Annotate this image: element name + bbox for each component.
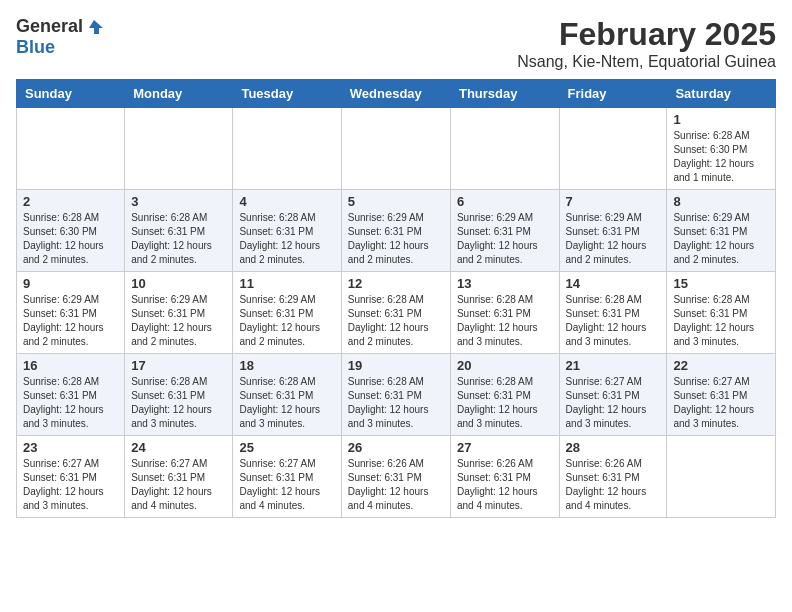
calendar-cell [17,108,125,190]
day-number: 16 [23,358,118,373]
calendar-cell [559,108,667,190]
day-number: 4 [239,194,334,209]
day-info: Sunrise: 6:28 AM Sunset: 6:30 PM Dayligh… [673,129,769,185]
day-info: Sunrise: 6:28 AM Sunset: 6:30 PM Dayligh… [23,211,118,267]
logo-bird-icon [85,18,103,36]
day-info: Sunrise: 6:28 AM Sunset: 6:31 PM Dayligh… [457,293,553,349]
day-info: Sunrise: 6:27 AM Sunset: 6:31 PM Dayligh… [131,457,226,513]
calendar-cell: 2Sunrise: 6:28 AM Sunset: 6:30 PM Daylig… [17,190,125,272]
day-info: Sunrise: 6:28 AM Sunset: 6:31 PM Dayligh… [673,293,769,349]
day-info: Sunrise: 6:29 AM Sunset: 6:31 PM Dayligh… [348,211,444,267]
calendar-cell: 3Sunrise: 6:28 AM Sunset: 6:31 PM Daylig… [125,190,233,272]
calendar-cell: 10Sunrise: 6:29 AM Sunset: 6:31 PM Dayli… [125,272,233,354]
calendar-cell: 11Sunrise: 6:29 AM Sunset: 6:31 PM Dayli… [233,272,341,354]
day-number: 5 [348,194,444,209]
day-number: 12 [348,276,444,291]
day-info: Sunrise: 6:29 AM Sunset: 6:31 PM Dayligh… [131,293,226,349]
day-info: Sunrise: 6:29 AM Sunset: 6:31 PM Dayligh… [457,211,553,267]
calendar-table: SundayMondayTuesdayWednesdayThursdayFrid… [16,79,776,518]
day-number: 2 [23,194,118,209]
calendar-cell: 1Sunrise: 6:28 AM Sunset: 6:30 PM Daylig… [667,108,776,190]
day-info: Sunrise: 6:28 AM Sunset: 6:31 PM Dayligh… [457,375,553,431]
day-number: 28 [566,440,661,455]
day-number: 1 [673,112,769,127]
calendar-day-header: Sunday [17,80,125,108]
calendar-cell [341,108,450,190]
day-number: 24 [131,440,226,455]
day-number: 26 [348,440,444,455]
calendar-cell [450,108,559,190]
day-info: Sunrise: 6:29 AM Sunset: 6:31 PM Dayligh… [239,293,334,349]
calendar-cell: 16Sunrise: 6:28 AM Sunset: 6:31 PM Dayli… [17,354,125,436]
day-info: Sunrise: 6:27 AM Sunset: 6:31 PM Dayligh… [23,457,118,513]
calendar-cell: 13Sunrise: 6:28 AM Sunset: 6:31 PM Dayli… [450,272,559,354]
calendar-cell [667,436,776,518]
day-number: 27 [457,440,553,455]
calendar-cell [125,108,233,190]
day-number: 25 [239,440,334,455]
day-number: 9 [23,276,118,291]
day-number: 23 [23,440,118,455]
day-number: 21 [566,358,661,373]
day-number: 3 [131,194,226,209]
logo: General Blue [16,16,103,58]
day-info: Sunrise: 6:28 AM Sunset: 6:31 PM Dayligh… [239,211,334,267]
logo-blue: Blue [16,37,55,57]
page-header: General Blue February 2025 Nsang, Kie-Nt… [16,16,776,71]
day-info: Sunrise: 6:28 AM Sunset: 6:31 PM Dayligh… [566,293,661,349]
title-area: February 2025 Nsang, Kie-Ntem, Equatoria… [517,16,776,71]
day-info: Sunrise: 6:27 AM Sunset: 6:31 PM Dayligh… [239,457,334,513]
calendar-cell: 14Sunrise: 6:28 AM Sunset: 6:31 PM Dayli… [559,272,667,354]
calendar-header-row: SundayMondayTuesdayWednesdayThursdayFrid… [17,80,776,108]
calendar-cell: 25Sunrise: 6:27 AM Sunset: 6:31 PM Dayli… [233,436,341,518]
calendar-week-row: 1Sunrise: 6:28 AM Sunset: 6:30 PM Daylig… [17,108,776,190]
calendar-cell: 12Sunrise: 6:28 AM Sunset: 6:31 PM Dayli… [341,272,450,354]
day-info: Sunrise: 6:28 AM Sunset: 6:31 PM Dayligh… [348,375,444,431]
day-info: Sunrise: 6:29 AM Sunset: 6:31 PM Dayligh… [23,293,118,349]
day-info: Sunrise: 6:29 AM Sunset: 6:31 PM Dayligh… [673,211,769,267]
day-info: Sunrise: 6:28 AM Sunset: 6:31 PM Dayligh… [131,375,226,431]
calendar-cell: 8Sunrise: 6:29 AM Sunset: 6:31 PM Daylig… [667,190,776,272]
calendar-day-header: Monday [125,80,233,108]
calendar-cell: 20Sunrise: 6:28 AM Sunset: 6:31 PM Dayli… [450,354,559,436]
day-info: Sunrise: 6:27 AM Sunset: 6:31 PM Dayligh… [673,375,769,431]
svg-marker-0 [89,20,103,34]
calendar-cell: 5Sunrise: 6:29 AM Sunset: 6:31 PM Daylig… [341,190,450,272]
calendar-cell: 28Sunrise: 6:26 AM Sunset: 6:31 PM Dayli… [559,436,667,518]
calendar-cell: 17Sunrise: 6:28 AM Sunset: 6:31 PM Dayli… [125,354,233,436]
day-number: 8 [673,194,769,209]
calendar-cell: 22Sunrise: 6:27 AM Sunset: 6:31 PM Dayli… [667,354,776,436]
day-info: Sunrise: 6:28 AM Sunset: 6:31 PM Dayligh… [23,375,118,431]
calendar-cell: 26Sunrise: 6:26 AM Sunset: 6:31 PM Dayli… [341,436,450,518]
day-number: 11 [239,276,334,291]
day-number: 22 [673,358,769,373]
day-info: Sunrise: 6:26 AM Sunset: 6:31 PM Dayligh… [348,457,444,513]
calendar-subtitle: Nsang, Kie-Ntem, Equatorial Guinea [517,53,776,71]
day-number: 14 [566,276,661,291]
calendar-day-header: Tuesday [233,80,341,108]
day-info: Sunrise: 6:28 AM Sunset: 6:31 PM Dayligh… [239,375,334,431]
calendar-cell: 21Sunrise: 6:27 AM Sunset: 6:31 PM Dayli… [559,354,667,436]
day-number: 19 [348,358,444,373]
calendar-cell: 18Sunrise: 6:28 AM Sunset: 6:31 PM Dayli… [233,354,341,436]
day-number: 6 [457,194,553,209]
calendar-day-header: Wednesday [341,80,450,108]
day-number: 20 [457,358,553,373]
calendar-cell: 15Sunrise: 6:28 AM Sunset: 6:31 PM Dayli… [667,272,776,354]
day-info: Sunrise: 6:28 AM Sunset: 6:31 PM Dayligh… [131,211,226,267]
calendar-cell: 4Sunrise: 6:28 AM Sunset: 6:31 PM Daylig… [233,190,341,272]
calendar-title: February 2025 [517,16,776,53]
logo-general: General [16,16,83,37]
day-info: Sunrise: 6:28 AM Sunset: 6:31 PM Dayligh… [348,293,444,349]
day-number: 10 [131,276,226,291]
calendar-day-header: Thursday [450,80,559,108]
day-number: 7 [566,194,661,209]
day-info: Sunrise: 6:29 AM Sunset: 6:31 PM Dayligh… [566,211,661,267]
calendar-cell: 9Sunrise: 6:29 AM Sunset: 6:31 PM Daylig… [17,272,125,354]
calendar-week-row: 2Sunrise: 6:28 AM Sunset: 6:30 PM Daylig… [17,190,776,272]
calendar-cell: 23Sunrise: 6:27 AM Sunset: 6:31 PM Dayli… [17,436,125,518]
calendar-week-row: 16Sunrise: 6:28 AM Sunset: 6:31 PM Dayli… [17,354,776,436]
calendar-cell: 27Sunrise: 6:26 AM Sunset: 6:31 PM Dayli… [450,436,559,518]
day-number: 13 [457,276,553,291]
day-info: Sunrise: 6:26 AM Sunset: 6:31 PM Dayligh… [457,457,553,513]
